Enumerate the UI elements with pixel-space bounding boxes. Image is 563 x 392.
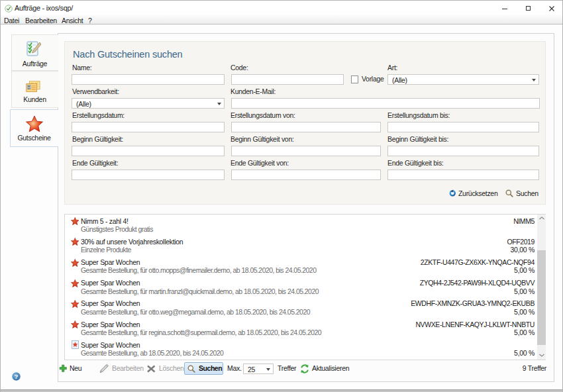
svg-text:?: ? [15, 373, 19, 380]
